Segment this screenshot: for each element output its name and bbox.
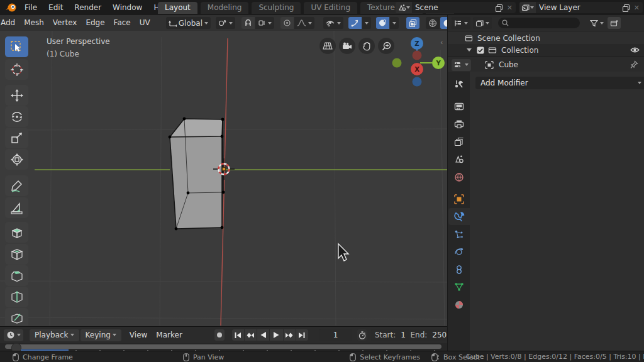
keying-menu[interactable]: Keying xyxy=(80,329,121,341)
tool-scale[interactable] xyxy=(5,128,28,148)
menu-mesh[interactable]: Mesh xyxy=(19,15,48,31)
tool-loop-cut[interactable] xyxy=(5,287,28,307)
jump-to-end-button[interactable] xyxy=(296,329,308,341)
menu-add[interactable]: Add xyxy=(0,15,19,31)
use-preview-range-toggle[interactable] xyxy=(357,329,367,341)
camera-view-button[interactable] xyxy=(339,38,355,54)
menu-face[interactable]: Face xyxy=(109,15,135,31)
scene-name-field[interactable]: Scene ✕ xyxy=(412,2,516,13)
show-gizmo-toggle[interactable] xyxy=(348,17,362,29)
properties-tab-render[interactable] xyxy=(448,98,470,115)
shading-wireframe-button[interactable] xyxy=(426,17,440,29)
proportional-falloff-dropdown[interactable] xyxy=(294,17,314,29)
properties-tab-view-layer[interactable] xyxy=(448,133,470,150)
play-button[interactable] xyxy=(270,329,283,341)
frame-start-field[interactable]: Start: 1 xyxy=(371,329,409,341)
menu-window[interactable]: Window xyxy=(107,0,148,15)
timeline-scrollbar[interactable] xyxy=(5,344,441,349)
frame-end-field[interactable]: End: 250 xyxy=(410,329,447,341)
tool-rotate[interactable] xyxy=(5,106,28,127)
tool-transform[interactable] xyxy=(5,149,28,170)
menu-uv[interactable]: UV xyxy=(135,15,155,31)
properties-tab-physics[interactable] xyxy=(448,243,470,260)
tool-annotate[interactable] xyxy=(5,175,28,196)
menu-edit[interactable]: Edit xyxy=(43,0,69,15)
3d-viewport[interactable]: User Perspective (1) Cube xyxy=(0,31,447,326)
tool-cursor[interactable] xyxy=(5,59,28,80)
properties-tab-output[interactable] xyxy=(448,116,470,133)
properties-tab-tool[interactable] xyxy=(448,75,470,92)
properties-tab-particles[interactable] xyxy=(448,226,470,243)
properties-tab-constraints[interactable] xyxy=(448,261,470,278)
current-frame-field[interactable]: 1 xyxy=(319,329,352,341)
navigation-gizmo[interactable]: Z X Y xyxy=(390,35,445,90)
tool-select-box[interactable] xyxy=(5,36,28,57)
show-object-types-dropdown[interactable] xyxy=(323,17,343,29)
view-layer-name-field[interactable]: View Layer ✕ xyxy=(536,2,643,13)
tool-extrude-region[interactable] xyxy=(5,222,28,243)
show-overlays-toggle[interactable] xyxy=(376,17,389,29)
blender-logo-icon[interactable] xyxy=(5,2,17,13)
new-view-layer-icon[interactable] xyxy=(622,4,630,12)
timeline-view-menu[interactable]: View xyxy=(125,327,152,343)
outliner-filter-dropdown[interactable] xyxy=(587,17,606,29)
jump-to-start-button[interactable] xyxy=(232,329,244,341)
workspace-tab-sculpting[interactable]: Sculpting xyxy=(252,2,301,14)
timeline-editor-type-dropdown[interactable] xyxy=(4,329,23,341)
properties-tab-scene[interactable] xyxy=(448,151,470,168)
pan-view-button[interactable] xyxy=(358,38,375,54)
tool-bevel[interactable] xyxy=(5,265,28,286)
toggle-perspective-button[interactable] xyxy=(319,38,336,54)
pin-icon[interactable] xyxy=(630,60,638,69)
view-layer-browse-button[interactable] xyxy=(519,2,536,13)
menu-vertex[interactable]: Vertex xyxy=(48,15,82,31)
playback-menu[interactable]: Playback xyxy=(30,329,79,341)
properties-editor-type-dropdown[interactable] xyxy=(452,59,471,71)
new-collection-button[interactable] xyxy=(608,17,621,29)
timeline-marker-menu[interactable]: Marker xyxy=(152,327,186,343)
disclosure-triangle-icon[interactable] xyxy=(467,48,472,52)
play-reverse-button[interactable] xyxy=(257,329,269,341)
properties-tab-material[interactable] xyxy=(448,296,470,313)
outliner-editor-type-dropdown[interactable] xyxy=(452,17,470,29)
workspace-tab-layout[interactable]: Layout xyxy=(158,2,197,14)
gizmo-dropdown[interactable] xyxy=(362,17,371,29)
properties-tab-object[interactable] xyxy=(448,190,470,207)
outliner-display-mode-dropdown[interactable] xyxy=(473,17,492,29)
menu-render[interactable]: Render xyxy=(69,0,107,15)
auto-keyframe-record-button[interactable] xyxy=(214,329,225,341)
proportional-editing-toggle[interactable] xyxy=(280,17,294,29)
previous-keyframe-button[interactable] xyxy=(245,329,257,341)
new-scene-icon[interactable] xyxy=(495,4,503,12)
add-modifier-dropdown[interactable]: Add Modifier xyxy=(475,77,644,89)
pivot-point-dropdown[interactable] xyxy=(216,17,235,29)
falloff-curve-icon xyxy=(297,19,306,27)
tool-knife[interactable] xyxy=(5,308,28,326)
menu-file[interactable]: File xyxy=(19,0,43,15)
outliner-row-scene-collection[interactable]: Scene Collection xyxy=(448,32,644,44)
properties-tab-object-data[interactable] xyxy=(448,278,470,295)
overlays-dropdown[interactable] xyxy=(390,17,399,29)
tool-inset-faces[interactable] xyxy=(5,244,28,265)
hide-eye-icon[interactable] xyxy=(630,47,640,53)
remove-view-layer-icon[interactable]: ✕ xyxy=(634,4,640,12)
scene-browse-button[interactable] xyxy=(396,2,412,13)
outliner-row-collection[interactable]: Collection xyxy=(448,44,644,56)
workspace-tab-uv-editing[interactable]: UV Editing xyxy=(304,2,357,14)
menu-edge[interactable]: Edge xyxy=(81,15,109,31)
unlink-scene-icon[interactable]: ✕ xyxy=(507,4,513,12)
collection-checkbox[interactable] xyxy=(477,47,484,54)
next-keyframe-button[interactable] xyxy=(284,329,296,341)
properties-tab-world[interactable] xyxy=(448,168,470,185)
xray-toggle[interactable] xyxy=(406,17,419,29)
tool-move[interactable] xyxy=(5,85,28,106)
properties-tab-strip xyxy=(448,72,470,351)
properties-tab-modifier[interactable] xyxy=(448,208,470,225)
snap-toggle[interactable] xyxy=(242,17,255,29)
snap-target-dropdown[interactable] xyxy=(255,17,274,29)
transform-orientation-dropdown[interactable]: Global xyxy=(166,17,211,29)
tool-measure[interactable] xyxy=(5,197,28,218)
workspace-tab-modeling[interactable]: Modeling xyxy=(201,2,249,14)
sidebar-toggle[interactable]: ‹ xyxy=(440,38,443,47)
outliner-search-input[interactable] xyxy=(498,18,580,28)
